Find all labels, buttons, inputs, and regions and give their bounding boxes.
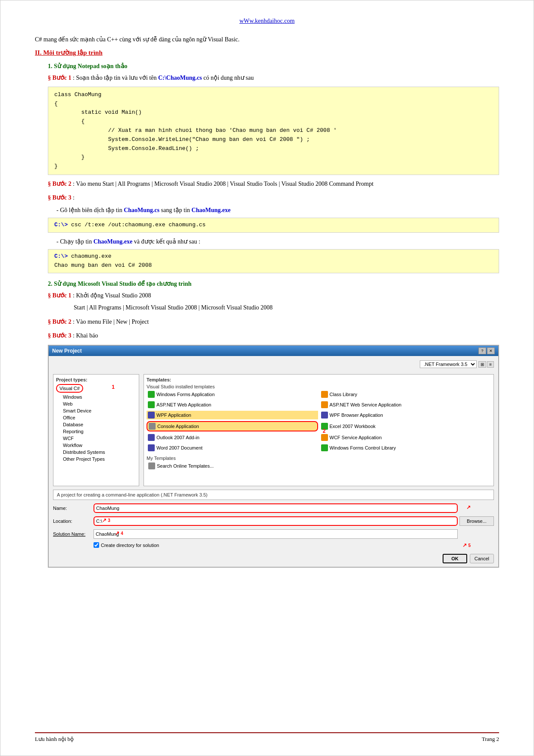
code3-line1: chaomung.exe (71, 253, 112, 259)
template-icon-wb (321, 412, 328, 419)
project-type-distributed[interactable]: Distributed Systems (61, 449, 136, 456)
template-icon-ws (321, 434, 328, 441)
code3-prefix: C:\> (54, 253, 68, 259)
cancel-button[interactable]: Cancel (470, 554, 494, 563)
step1-line: § Bước 1 : Soạn thảo tập tin và lưu với … (48, 73, 499, 83)
project-type-web[interactable]: Web (61, 400, 136, 407)
template-aspnet-web[interactable]: ASP.NET Web Application (147, 400, 318, 409)
location-field-container: ↗ 3 (94, 516, 458, 526)
project-type-wcf[interactable]: WCF (61, 435, 136, 442)
checkbox-container: Create directory for solution ↗ 5 (94, 542, 458, 548)
project-types-label: Project types: (56, 377, 136, 382)
template-label-ws: WCF Service Application (330, 435, 382, 440)
search-online-item[interactable]: Search Online Templates... (147, 462, 491, 470)
dialog-footer: OK Cancel (49, 552, 498, 567)
sub2-step3-label: Bước 3 (53, 332, 72, 339)
template-excel[interactable]: Excel 2007 Workbook (320, 421, 491, 431)
step3-line: § Bước 3 : (48, 193, 499, 203)
template-icon-aw (148, 401, 155, 408)
step3-sub1b: sang tập tin (161, 207, 192, 213)
step3-file3: ChaoMung.exe (94, 238, 133, 245)
sub2-step1-block: § Bước 1 : Khởi động Visual Studio 2008 … (48, 291, 499, 313)
dialog-controls: ? ✕ (478, 347, 495, 354)
solution-name-container: ↗ 4 (94, 529, 458, 539)
project-type-visual-c#[interactable]: Visual C# 1 (56, 384, 83, 393)
location-row: Location: ↗ 3 Browse... (53, 516, 494, 526)
template-winforms-control[interactable]: Windows Forms Control Library (320, 444, 491, 452)
project-type-database[interactable]: Database (61, 421, 136, 428)
step1-block: § Bước 1 : Soạn thảo tập tin và lưu với … (48, 73, 499, 175)
my-templates-label: My Templates (147, 456, 491, 461)
framework-select[interactable]: .NET Framework 3.5 (420, 360, 477, 368)
step3-sub2b: và được kết quả như sau : (134, 238, 200, 245)
template-icon-as (321, 401, 328, 408)
name-input[interactable] (94, 503, 458, 513)
template-windows-forms[interactable]: Windows Forms Application (147, 390, 318, 399)
step3-file1: ChaoMung.cs (124, 207, 159, 213)
step3-block: § Bước 3 : - Gõ lệnh biên dịch tập tin C… (48, 193, 499, 273)
project-type-smart-device[interactable]: Smart Device (61, 407, 136, 414)
grid-view-btn[interactable]: ⊞ (478, 361, 486, 368)
step2-text: : Vào menu Start | All Programs | Micros… (73, 181, 374, 187)
sub2-step2-symbol: § (48, 319, 53, 325)
template-label-wb: WPF Browser Application (330, 412, 383, 418)
step1-symbol: § (48, 75, 53, 81)
project-type-office[interactable]: Office (61, 414, 136, 421)
template-console-app[interactable]: Console Application 2 (147, 421, 318, 431)
template-label-ol: Outlook 2007 Add-in (156, 435, 200, 440)
page-footer: Lưu hành nội bộ Trang 2 (35, 732, 499, 743)
code-block-2: C:\> csc /t:exe /out:chaomung.exe chaomu… (48, 218, 499, 233)
template-icon-wa (148, 412, 155, 419)
name-label: Name: (53, 506, 92, 511)
template-label-ca: Console Application (157, 424, 199, 429)
template-class-library[interactable]: Class Library (320, 390, 491, 399)
template-word[interactable]: Word 2007 Document (147, 444, 318, 452)
subsection2: 2. Sử dụng Micosoft Visual Studio để tạo… (48, 280, 499, 568)
sub2-step1-label: Bước 1 (53, 292, 72, 299)
dialog-close-btn[interactable]: ✕ (487, 347, 495, 354)
templates-panel: Templates: Visual Studio installed templ… (144, 374, 494, 486)
template-wcf-service[interactable]: WCF Service Application (320, 433, 491, 442)
create-dir-label: Create directory for solution (101, 543, 159, 548)
template-wpf-browser[interactable]: WPF Browser Application (320, 411, 491, 419)
step3-sub2-line: - Chạy tập tin ChaoMung.exe và được kết … (56, 237, 499, 247)
section2-title: II. Môi trường lập trình (35, 49, 499, 56)
step1-label: Bước 1 (53, 75, 72, 81)
sub2-step2-line: § Bước 2 : Vào menu File | New | Project (48, 317, 499, 327)
template-outlook[interactable]: Outlook 2007 Add-in (147, 433, 318, 442)
sub2-step3-symbol: § (48, 332, 53, 339)
ok-button[interactable]: OK (443, 554, 467, 563)
step1-text: : Soạn thảo tập tin và lưu với tên (73, 75, 158, 81)
list-view-btn[interactable]: ≡ (487, 361, 494, 368)
project-type-windows[interactable]: Windows (61, 394, 136, 400)
project-type-other[interactable]: Other Project Types (61, 456, 136, 462)
template-icon-ol (148, 434, 155, 441)
view-buttons: ⊞ ≡ (478, 361, 494, 368)
header-url[interactable]: wWw.kenhdaihoc.com (239, 18, 294, 24)
browse-button[interactable]: Browse... (459, 516, 494, 526)
code2-rest: csc /t:exe /out:chaomung.exe chaomung.cs (71, 222, 206, 228)
dialog-help-btn[interactable]: ? (478, 347, 486, 354)
template-label-wf: Windows Forms Application (156, 392, 215, 397)
step2-symbol: § (48, 181, 53, 187)
step3-sub1-line: - Gõ lệnh biên dịch tập tin ChaoMung.cs … (56, 206, 499, 215)
vs-installed-label: Visual Studio installed templates (147, 384, 491, 389)
location-input[interactable] (94, 516, 458, 526)
sub2-step2-label: Bước 2 (53, 319, 72, 325)
sub2-step3-line: § Bước 3 : Khai báo (48, 331, 499, 341)
footer-left: Lưu hành nội bộ (35, 736, 74, 743)
project-type-reporting[interactable]: Reporting (61, 428, 136, 435)
template-wpf-app[interactable]: WPF Application (147, 411, 318, 419)
template-aspnet-service[interactable]: ASP.NET Web Service Application (320, 400, 491, 409)
dialog-body: .NET Framework 3.5 ⊞ ≡ Project types: (49, 356, 498, 552)
sub2-step1-text: : Khởi động Visual Studio 2008 (73, 292, 151, 299)
solution-name-input[interactable] (94, 529, 458, 539)
step2-block: § Bước 2 : Vào menu Start | All Programs… (48, 179, 499, 189)
project-type-workflow[interactable]: Workflow (61, 442, 136, 449)
project-types-list: Windows Web Smart Device Office Database… (61, 394, 136, 462)
my-templates-section: My Templates Search Online Templates... (147, 456, 491, 470)
create-dir-checkbox[interactable] (94, 542, 99, 548)
step3-sub1-text: - Gõ lệnh biên dịch tập tin (56, 207, 124, 213)
template-icon-wf (148, 391, 155, 398)
footer-right: Trang 2 (482, 736, 499, 743)
